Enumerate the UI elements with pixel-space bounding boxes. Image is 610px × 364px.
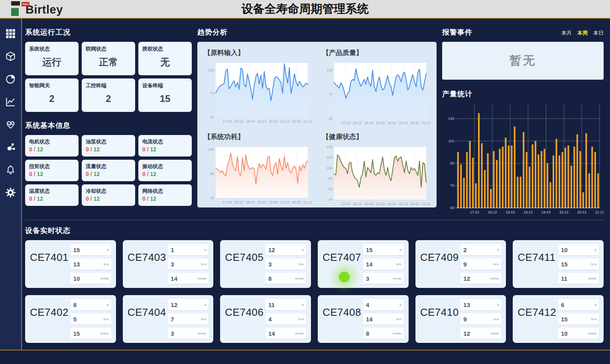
device-card-ce7409[interactable]: CE7409 2A 9N·m 12m³/min [415,240,506,288]
svg-text:19:13: 19:13 [257,200,266,204]
bell-icon[interactable] [5,164,17,176]
power-chart-title: 【系统功耗】 [204,132,312,141]
device-metric-row: 4N·m [266,313,306,325]
info-card-count: 0 / 12 [142,171,188,177]
device-name: CE7409 [420,244,461,284]
device-card-ce7404[interactable]: CE7404 12A 7N·m 3m³/min [123,295,214,343]
status-card-value: 运行 [29,53,75,72]
gear-icon[interactable] [5,186,17,198]
raw-input-chart-title: 【原料输入】 [204,48,312,57]
status-card-value: 正常 [86,53,131,72]
system-info-title: 系统基本信息 [25,121,192,130]
info-card-count: 0 / 12 [142,146,188,153]
svg-text:80: 80 [329,176,333,180]
health-icon[interactable] [5,118,17,130]
product-quality-chart: 207012017:4318:1318:4319:1319:4320:1320:… [322,59,430,127]
info-card-count: 0 / 12 [29,146,75,153]
device-metric-row: 8m³/min [266,273,306,284]
pie-chart-icon[interactable] [5,73,17,85]
info-card-motor: 电机状态 0 / 12 [25,135,79,157]
info-card-count: 0 / 12 [142,196,188,202]
status-card-network: 联网状态 正常 [82,42,135,75]
info-card-vibration: 振动状态 0 / 12 [138,160,192,181]
line-chart-icon[interactable] [5,96,17,108]
svg-text:70: 70 [450,184,454,188]
device-card-ce7407[interactable]: CE7407 15A 14N·m 3m³/min [318,240,409,288]
alarm-tab-week[interactable]: 本周 [577,29,588,37]
device-card-ce7405[interactable]: CE7405 12A 3N·m 8m³/min [220,240,311,288]
molecule-icon[interactable] [5,141,17,153]
device-name: CE7403 [128,244,168,284]
info-card-label: 振动状态 [142,163,188,170]
svg-text:140: 140 [327,145,333,149]
svg-text:19:13: 19:13 [257,119,266,123]
info-card-label: 流量状态 [86,163,131,170]
info-card-label: 网络状态 [142,188,188,195]
device-metric-row: 14N·m [363,313,404,325]
svg-text:40: 40 [329,198,333,202]
device-metric-row: 12A [266,244,306,255]
svg-text:120: 120 [327,155,333,159]
info-card-current: 电流状态 0 / 12 [138,135,192,157]
device-metric-row: 8m³/min [363,328,404,339]
info-card-label: 电流状态 [142,138,188,145]
device-metric-row: 15A [71,244,111,255]
svg-text:18:43: 18:43 [364,202,373,206]
status-card-label: 联网状态 [86,45,131,53]
device-card-ce7406[interactable]: CE7406 11A 4N·m 14m³/min [220,295,311,343]
status-card-gateway: 智能网关 2 [25,78,79,112]
device-metric-row: 3N·m [266,258,306,270]
svg-text:17:43: 17:43 [223,119,232,123]
svg-text:18:43: 18:43 [364,121,373,125]
svg-text:18:13: 18:13 [234,200,243,204]
info-card-label: 电机状态 [29,138,75,145]
info-card-label: 冷却状态 [86,188,131,195]
device-card-ce7412[interactable]: CE7412 6A 15N·m 10m³/min [513,295,604,343]
device-card-ce7408[interactable]: CE7408 4A 14N·m 8m³/min [318,295,409,343]
device-card-ce7410[interactable]: CE7410 13A 9N·m 12m³/min [415,295,506,343]
device-metric-row: 3N·m [168,258,209,270]
status-card-value: 2 [86,89,131,108]
alarm-tab-month[interactable]: 本月 [561,29,572,37]
info-card-count: 0 / 12 [29,171,75,177]
grid-icon[interactable] [5,27,17,39]
alarm-empty-state: 暂无 [442,42,604,80]
device-metric-row: 15N·m [558,313,599,325]
info-card-count: 0 / 12 [29,196,75,202]
device-card-ce7411[interactable]: CE7411 10A 15N·m 11m³/min [513,240,604,288]
device-metric-row: 10m³/min [558,328,599,339]
device-card-ce7403[interactable]: CE7403 1A 3N·m 14m³/min [123,240,214,288]
device-card-ce7401[interactable]: CE7401 15A 13N·m 10m³/min [25,240,116,288]
info-card-flow: 流量状态 0 / 12 [82,160,135,181]
cube-icon[interactable] [5,50,17,62]
device-name: CE7402 [30,299,71,339]
svg-text:18:43: 18:43 [506,210,515,214]
svg-text:50: 50 [450,206,454,210]
svg-text:70: 70 [329,92,333,96]
status-card-label: 工控终端 [86,82,131,89]
status-card-value: 无 [142,53,188,72]
device-metric-row: 5N·m [71,313,111,325]
svg-text:20:13: 20:13 [280,119,289,123]
svg-text:100: 100 [327,166,333,170]
svg-text:19:43: 19:43 [387,202,396,206]
svg-text:60: 60 [329,187,333,191]
svg-text:21:13: 21:13 [422,202,430,206]
svg-text:40: 40 [210,196,214,200]
footer-bar [0,350,610,364]
system-status-title: 系统运行工况 [25,27,192,37]
info-card-oilpump: 油泵状态 0 / 12 [82,135,135,157]
nav-sidebar [0,19,22,350]
svg-text:21:13: 21:13 [595,210,604,214]
device-name: CE7406 [225,299,266,339]
device-metric-row: 14m³/min [266,328,306,339]
alarm-tab-day[interactable]: 本日 [593,29,604,37]
svg-text:17:43: 17:43 [341,121,350,125]
device-metric-row: 7N·m [168,313,209,325]
trend-title: 趋势分析 [197,27,437,37]
device-card-ce7402[interactable]: CE7402 8A 5N·m 15m³/min [25,295,116,343]
svg-text:19:43: 19:43 [269,119,278,123]
device-metric-row: 14N·m [363,258,404,270]
svg-text:21:13: 21:13 [303,200,312,204]
system-info-grid: 电机状态 0 / 12 油泵状态 0 / 12 电流状态 0 / 12 扭矩状态… [25,135,192,206]
